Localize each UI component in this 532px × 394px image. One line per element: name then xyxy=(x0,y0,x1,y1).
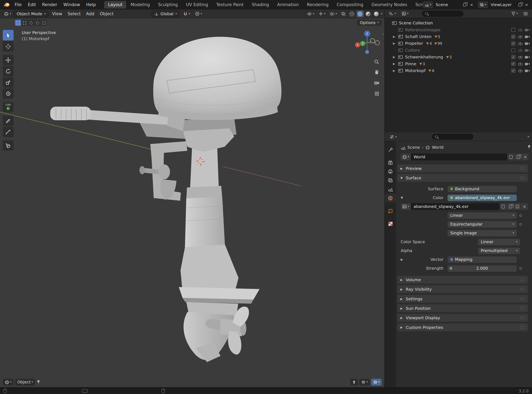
outliner-display-mode-button[interactable]: ▾ xyxy=(400,11,410,16)
object-type-visibility-button[interactable]: ▾ xyxy=(305,11,316,16)
workspace-tab-texture-paint[interactable]: Texture Paint xyxy=(213,1,247,9)
menu-render[interactable]: Render xyxy=(39,1,60,9)
properties-options-icon[interactable]: ▾ xyxy=(527,135,529,138)
select-extra-mode-button[interactable] xyxy=(41,20,47,26)
unlink-world-button[interactable]: × xyxy=(522,154,528,160)
disable-render-icon[interactable] xyxy=(525,41,530,45)
keyframe-decorator[interactable] xyxy=(520,223,522,225)
include-checkbox[interactable]: ✓ xyxy=(511,62,515,66)
remove-scene-button[interactable]: × xyxy=(468,1,475,8)
projection-dropdown[interactable]: Equirectangular ▾ xyxy=(448,221,517,227)
workspace-tab-sculpting[interactable]: Sculpting xyxy=(154,1,182,9)
shading-dropdown-icon[interactable]: ▾ xyxy=(381,12,382,15)
surface-shader-button[interactable]: Background xyxy=(448,186,517,192)
placement-mode-dropdown[interactable]: Object ▾ xyxy=(15,379,35,385)
breadcrumb-world[interactable]: World xyxy=(432,145,444,150)
strength-slider[interactable]: 2.000 xyxy=(448,265,517,272)
new-scene-button[interactable] xyxy=(461,1,468,8)
hide-viewport-icon[interactable] xyxy=(518,69,522,73)
outliner-row-schwenkhalterung[interactable]: ▶ Schwenkhalterung 3 ✓ xyxy=(385,54,532,61)
blender-logo-icon[interactable] xyxy=(3,1,10,8)
expand-triangle-icon[interactable]: ▶ xyxy=(393,69,395,72)
browse-scene-button[interactable]: ▾ xyxy=(423,1,433,8)
move-tool[interactable] xyxy=(3,55,14,65)
axis-neg-y-ball[interactable] xyxy=(370,38,375,43)
viewlayer-name-field[interactable]: ViewLayer xyxy=(488,1,517,8)
menu-file[interactable]: File xyxy=(11,1,25,9)
drag-grip-icon[interactable] xyxy=(520,176,525,180)
properties-editor-type-button[interactable]: ▾ xyxy=(388,134,398,140)
select-box-tool[interactable] xyxy=(3,30,14,41)
expand-triangle-icon[interactable]: ▶ xyxy=(393,62,395,65)
exclude-checkbox[interactable] xyxy=(511,48,515,52)
tab-texture-properties[interactable] xyxy=(385,219,396,228)
browse-world-button[interactable]: ▾ xyxy=(401,154,411,160)
drag-grip-icon[interactable] xyxy=(520,297,525,301)
scale-tool[interactable] xyxy=(3,77,14,88)
include-checkbox[interactable]: ✓ xyxy=(511,55,515,59)
fake-user-button[interactable] xyxy=(507,154,514,160)
menu-edit[interactable]: Edit xyxy=(25,1,39,9)
select-lasso-mode-button[interactable] xyxy=(34,20,40,26)
shading-rendered-button[interactable] xyxy=(373,10,380,17)
outliner-row-referenceimages[interactable]: Referenceimages xyxy=(385,26,532,33)
add-cube-tool[interactable] xyxy=(3,140,14,151)
new-world-button[interactable] xyxy=(514,154,522,160)
disable-render-icon[interactable] xyxy=(525,55,530,59)
select-box-mode-button[interactable] xyxy=(21,20,27,26)
hide-viewport-icon[interactable] xyxy=(518,55,522,59)
outliner-editor-type-button[interactable]: ▾ xyxy=(387,11,398,16)
disable-render-icon[interactable] xyxy=(525,62,530,66)
cad-sketcher-tool[interactable]: CAD xyxy=(3,102,14,113)
ortho-toggle-button[interactable] xyxy=(373,89,381,98)
workspace-tab-shading[interactable]: Shading xyxy=(248,1,273,9)
hide-viewport-icon[interactable] xyxy=(518,62,522,66)
workspace-tab-rendering[interactable]: Rendering xyxy=(303,1,332,9)
include-checkbox[interactable]: ✓ xyxy=(511,69,515,73)
outliner-row-motorkopf[interactable]: ▶ Motorkopf 6 ✓ xyxy=(385,67,532,74)
tab-output-properties[interactable] xyxy=(385,167,396,176)
include-checkbox[interactable]: ✓ xyxy=(511,35,515,39)
section-surface[interactable]: ▼ Surface xyxy=(397,174,528,182)
pin-icon[interactable] xyxy=(37,380,40,384)
transform-tool[interactable] xyxy=(3,88,14,99)
viewport-3d[interactable]: Options ▾ ‹ xyxy=(0,18,385,387)
expand-triangle-icon[interactable]: ▶ xyxy=(393,35,395,38)
color-image-button[interactable]: abandoned_slipway_4k.exr xyxy=(448,194,517,201)
drag-grip-icon[interactable] xyxy=(520,278,525,281)
exclude-checkbox[interactable] xyxy=(511,28,515,32)
hide-viewport-icon[interactable] xyxy=(518,48,522,52)
keyframe-decorator[interactable] xyxy=(520,267,522,270)
workspace-tab-layout[interactable]: Layout xyxy=(104,1,126,9)
expand-triangle-icon[interactable]: ▶ xyxy=(393,55,395,59)
image-pack-button[interactable]: ↓ xyxy=(514,203,521,210)
section-ray-visibility[interactable]: ▶ Ray Visibility xyxy=(397,285,528,293)
vector-mapping-button[interactable]: Mapping xyxy=(448,256,517,263)
editor-type-button[interactable]: ▾ xyxy=(2,11,13,17)
new-collection-button[interactable] xyxy=(522,11,530,16)
alpha-dropdown[interactable]: Premultiplied ▾ xyxy=(478,247,520,254)
breadcrumb-scene[interactable]: Scene xyxy=(407,145,420,150)
properties-search-input[interactable] xyxy=(432,134,473,140)
menu-select[interactable]: Select xyxy=(65,11,83,16)
zoom-button[interactable] xyxy=(373,58,381,66)
annotation-placement-button[interactable]: ▾ xyxy=(3,379,14,385)
section-viewport-display[interactable]: ▶ Viewport Display xyxy=(397,314,528,322)
axis-neg-z-ball[interactable] xyxy=(365,50,369,54)
source-dropdown[interactable]: Single Image ▾ xyxy=(448,230,517,236)
options-dropdown[interactable]: Options ▾ xyxy=(357,20,382,26)
shading-solid-button[interactable] xyxy=(357,10,364,17)
tab-tool-properties[interactable] xyxy=(385,145,396,154)
keyframe-decorator[interactable] xyxy=(520,214,522,217)
outboard-motor-model[interactable] xyxy=(50,37,281,362)
remove-viewlayer-button[interactable]: × xyxy=(523,1,530,8)
workspace-tab-geometry-nodes[interactable]: Geometry Nodes xyxy=(368,1,411,9)
outliner-filter-button[interactable]: ▾ xyxy=(510,11,519,16)
overlays-button[interactable]: ▾ xyxy=(328,11,339,16)
overlay-toggle-button[interactable]: ▾ xyxy=(371,379,382,385)
section-preview[interactable]: ▶ Preview xyxy=(397,164,528,172)
proportional-edit-button[interactable]: ▾ xyxy=(193,11,204,17)
workspace-tab-modeling[interactable]: Modeling xyxy=(127,1,154,9)
measure-tool[interactable] xyxy=(3,127,14,137)
browse-viewlayer-button[interactable]: ▾ xyxy=(478,1,488,8)
